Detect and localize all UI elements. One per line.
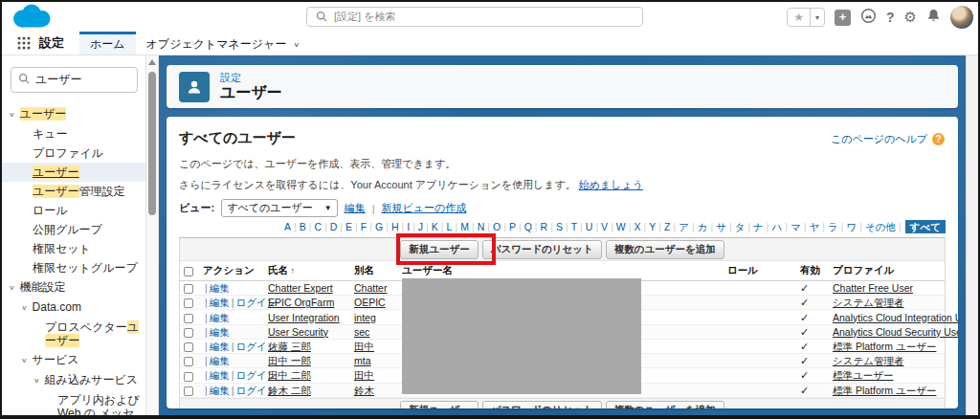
get-started-link[interactable]: 始めましょう [579,179,643,190]
alphabet-link[interactable]: ラ [825,221,841,232]
alias-link[interactable]: 田中 [354,341,374,352]
new-user-button[interactable]: 新規ユーザー [400,240,479,259]
reset-password-button[interactable]: パスワードのリセット [482,240,602,259]
alphabet-link[interactable]: P [506,221,519,232]
alphabet-link[interactable]: C [311,221,324,232]
page-help-link[interactable]: このページのヘルプ [831,132,927,146]
alphabet-selected[interactable]: すべて [905,220,946,233]
favorites-star-icon[interactable]: ★ [788,11,810,24]
user-name-link[interactable]: User Security [268,326,328,338]
profile-link[interactable]: Analytics Cloud Security User [833,326,958,338]
bell-icon[interactable] [926,8,941,27]
alphabet-link[interactable]: E [343,221,355,232]
row-checkbox[interactable] [184,298,193,308]
alphabet-link[interactable]: ア [676,221,692,232]
alphabet-link[interactable]: W [613,221,629,232]
sidebar-tree-item[interactable]: ユーザー [2,163,145,182]
alias-link[interactable]: OEPIC [354,297,386,308]
add-multiple-users-button[interactable]: 複数のユーザーを追加 [606,401,724,408]
profile-link[interactable]: システム管理者 [833,355,903,366]
column-header[interactable]: 氏名 ↑ [264,261,350,281]
sidebar-search-input[interactable]: ユーザー [11,67,138,93]
sidebar-tree-item[interactable]: 権限セット [2,239,145,258]
edit-link[interactable]: 編集 [210,341,230,352]
alphabet-link[interactable]: R [538,221,551,232]
alphabet-link[interactable]: U [583,221,596,232]
alphabet-link[interactable]: ワ [844,221,860,232]
row-checkbox[interactable] [184,284,193,294]
user-name-link[interactable]: Chatter Expert [268,282,333,294]
sidebar-tree-item[interactable]: アプリ内および Web の メッセージングのユーザ [2,390,145,415]
scroll-up-icon[interactable] [148,59,156,65]
row-checkbox[interactable] [184,386,193,396]
sidebar-tree-item[interactable]: プロスペクターユーザー [2,318,145,350]
alphabet-link[interactable]: Y [646,221,658,232]
alphabet-link[interactable]: N [475,221,488,232]
alphabet-link[interactable]: S [553,221,566,232]
edit-link[interactable]: 編集 [210,369,230,381]
alphabet-link[interactable]: I [404,221,412,232]
sidebar-tree-item[interactable]: ∨Data.com [2,298,145,318]
chevron-down-icon[interactable]: ∨ [9,110,15,121]
edit-link[interactable]: 編集 [210,326,230,338]
row-checkbox[interactable] [184,342,193,352]
user-name-link[interactable]: EPIC OrgFarm [268,297,334,308]
alphabet-link[interactable]: H [389,221,402,232]
help-badge-icon[interactable]: ? [932,133,945,145]
profile-link[interactable]: Chatter Free User [833,282,913,294]
select-all-checkbox[interactable] [184,267,193,276]
alphabet-link[interactable]: T [568,221,580,232]
breadcrumb[interactable]: 設定 [220,72,282,84]
edit-link[interactable]: 編集 [210,312,230,323]
edit-link[interactable]: 編集 [210,282,230,294]
profile-link[interactable]: 標準ユーザー [833,369,894,381]
sidebar-tree-item[interactable]: ∨ユーザー [2,104,145,124]
sidebar-tree-item[interactable]: 公開グループ [2,220,145,239]
alphabet-link[interactable]: Z [661,221,673,232]
alphabet-link[interactable]: K [429,221,441,232]
gear-icon[interactable]: ⚙ [904,9,917,26]
scrollbar-thumb[interactable] [148,72,156,215]
alphabet-link[interactable]: カ [695,221,711,232]
chevron-down-icon[interactable]: ∨ [21,356,28,366]
sidebar-tree-item[interactable]: ロール [2,201,145,220]
alphabet-link[interactable]: G [372,221,386,232]
alias-link[interactable]: 鈴木 [354,385,374,396]
column-header[interactable]: プロファイル [829,261,945,281]
row-checkbox[interactable] [184,314,193,323]
row-checkbox[interactable] [184,357,193,366]
column-header[interactable]: 有効 [796,261,829,281]
add-icon[interactable]: + [835,10,851,26]
alias-link[interactable]: mta [354,355,371,366]
chevron-down-icon[interactable]: ∨ [9,283,15,294]
profile-link[interactable]: 標準 Platform ユーザー [833,385,936,396]
alphabet-link[interactable]: ヤ [807,221,823,232]
alphabet-link[interactable]: その他 [862,221,899,232]
view-edit-link[interactable]: 編集 [345,201,366,215]
alphabet-link[interactable]: X [632,221,644,232]
alphabet-link[interactable]: ナ [750,221,767,232]
alphabet-link[interactable]: サ [713,221,729,232]
alphabet-link[interactable]: M [457,221,472,232]
global-search-input[interactable]: [設定] を検索 [306,7,643,27]
alias-link[interactable]: integ [354,312,376,323]
sidebar-tree-item[interactable]: ユーザー管理設定 [2,182,145,201]
alphabet-link[interactable]: B [297,221,309,232]
app-launcher-icon[interactable] [17,32,31,55]
add-multiple-users-button[interactable]: 複数のユーザーを追加 [606,240,724,259]
alphabet-link[interactable]: A [281,221,294,232]
chevron-down-icon[interactable]: ∨ [21,303,28,314]
sidebar-tree-item[interactable]: ∨組み込みサービス [2,370,145,390]
column-header[interactable]: アクション [199,261,264,281]
edit-link[interactable]: 編集 [210,355,230,366]
help-icon[interactable]: ? [886,10,895,25]
user-name-link[interactable]: 田中 一郎 [268,355,311,366]
sidebar-tree-item[interactable]: 権限セットグループ [2,258,145,277]
alphabet-link[interactable]: F [358,221,369,232]
tab-home[interactable]: ホーム [79,32,136,55]
avatar[interactable] [950,6,973,29]
new-user-button[interactable]: 新規ユーザー [400,401,479,408]
column-header[interactable]: 別名 [350,261,398,281]
profile-link[interactable]: Analytics Cloud Integration User [833,312,958,323]
alphabet-link[interactable]: O [490,221,503,232]
